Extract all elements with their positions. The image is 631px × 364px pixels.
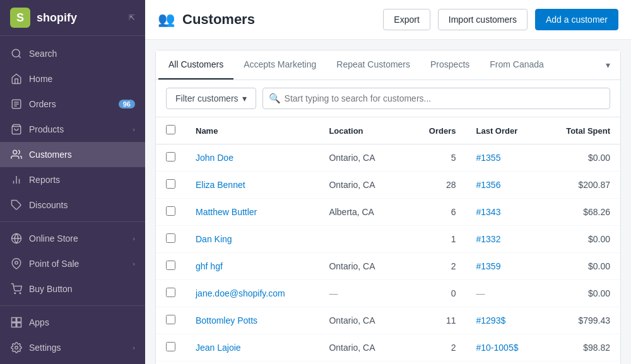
- tabs-more-button[interactable]: ▾: [598, 51, 618, 79]
- customer-name-link[interactable]: ghf hgf: [196, 261, 223, 271]
- sidebar-item-label: Search: [29, 49, 135, 59]
- expand-icon[interactable]: ⇱: [129, 13, 135, 22]
- select-all-checkbox[interactable]: [166, 125, 175, 134]
- chevron-icon: ›: [133, 344, 135, 351]
- table-row: Hm nhjm A Coruña, ES 1 #5-1028$ $272.40: [156, 361, 620, 365]
- sidebar-item-search[interactable]: Search: [0, 41, 145, 66]
- row-checkbox[interactable]: [166, 233, 175, 243]
- main-content: 👥 Customers Export Import customers Add …: [145, 0, 631, 364]
- col-last-order: Last Order: [466, 117, 542, 144]
- orders-icon: [10, 98, 23, 110]
- sidebar-item-settings[interactable]: Settings ›: [0, 335, 145, 360]
- shopify-icon: S: [10, 8, 30, 28]
- sidebar-item-label: Online Store: [29, 233, 126, 244]
- sidebar-item-apps[interactable]: Apps: [0, 310, 145, 335]
- customer-last-order: #1356: [466, 172, 542, 199]
- sidebar-item-buy-button[interactable]: Buy Button: [0, 276, 145, 302]
- import-button[interactable]: Import customers: [438, 9, 528, 30]
- row-checkbox[interactable]: [166, 315, 175, 324]
- export-button[interactable]: Export: [383, 9, 430, 30]
- nav-divider: [0, 221, 145, 222]
- tab-marketing[interactable]: Accepts Marketing: [233, 50, 326, 79]
- order-link[interactable]: #1359: [476, 261, 501, 271]
- sidebar-item-point-of-sale[interactable]: Point of Sale ›: [0, 251, 145, 276]
- sidebar-item-orders[interactable]: Orders 96: [0, 91, 145, 117]
- table-row: Bottomley Potts Ontario, CA 11 #1293$ $7…: [156, 307, 620, 334]
- customer-last-order: #1293$: [466, 307, 542, 334]
- sidebar-item-online-store[interactable]: Online Store ›: [0, 226, 145, 251]
- customer-total-spent: $0.00: [542, 280, 620, 307]
- order-link[interactable]: #1355: [476, 153, 501, 163]
- customer-name-link[interactable]: Jean Lajoie: [196, 343, 241, 353]
- customer-name-link[interactable]: Matthew Buttler: [196, 207, 257, 217]
- order-link[interactable]: #1343: [476, 207, 501, 217]
- tab-repeat[interactable]: Repeat Customers: [326, 50, 420, 79]
- sidebar-item-reports[interactable]: Reports: [0, 167, 145, 192]
- svg-rect-20: [17, 323, 21, 327]
- sidebar-logo[interactable]: S shopify ⇱: [0, 0, 145, 36]
- customer-name-link[interactable]: Eliza Bennet: [196, 180, 245, 190]
- customer-name-link[interactable]: Dan King: [196, 234, 232, 244]
- row-checkbox[interactable]: [166, 288, 175, 297]
- search-input[interactable]: [262, 88, 610, 109]
- customer-location: Ontario, CA: [319, 172, 408, 199]
- chevron-icon: ›: [133, 126, 135, 133]
- table-row: Matthew Buttler Alberta, CA 6 #1343 $68.…: [156, 199, 620, 226]
- order-link[interactable]: #1332: [476, 234, 501, 244]
- svg-rect-19: [12, 323, 16, 327]
- sidebar-item-label: Customers: [29, 150, 135, 160]
- svg-point-15: [15, 293, 16, 294]
- reports-icon: [10, 173, 23, 186]
- customer-total-spent: $272.40: [542, 361, 620, 365]
- customer-orders: 5: [409, 144, 466, 172]
- nav-badge: 96: [119, 100, 135, 109]
- table-row: jane.doe@shopify.com — 0 — $0.00: [156, 280, 620, 307]
- row-checkbox[interactable]: [166, 206, 175, 216]
- customers-icon: 👥: [158, 11, 175, 28]
- nav-divider: [0, 305, 145, 306]
- customer-location: Ontario, CA: [319, 144, 408, 172]
- tab-prospects[interactable]: Prospects: [420, 50, 480, 79]
- search-wrap: 🔍: [262, 88, 610, 109]
- order-link[interactable]: #1356: [476, 180, 501, 190]
- products-icon: [10, 123, 23, 136]
- customer-location: A Coruña, ES: [319, 361, 408, 365]
- filter-button[interactable]: Filter customers ▾: [166, 88, 256, 109]
- sidebar-nav: Search Home Orders 96 Products › Custome…: [0, 36, 145, 364]
- svg-point-14: [15, 261, 18, 264]
- svg-rect-17: [12, 318, 16, 322]
- buy-button-icon: [10, 283, 23, 295]
- customer-name-link[interactable]: jane.doe@shopify.com: [196, 288, 285, 298]
- row-checkbox[interactable]: [166, 179, 175, 189]
- add-customer-button[interactable]: Add a customer: [535, 9, 618, 30]
- order-link[interactable]: #1293$: [476, 315, 506, 326]
- table-row: ghf hgf Ontario, CA 2 #1359 $0.00: [156, 253, 620, 280]
- content-area: All CustomersAccepts MarketingRepeat Cus…: [145, 40, 631, 364]
- order-link[interactable]: #10-1005$: [476, 343, 519, 353]
- customers-card: All CustomersAccepts MarketingRepeat Cus…: [155, 50, 621, 364]
- svg-rect-18: [17, 318, 21, 322]
- tab-canada[interactable]: From Canada: [480, 50, 554, 79]
- customer-name-link[interactable]: John Doe: [196, 153, 233, 163]
- customer-location: Ontario, CA: [319, 253, 408, 280]
- sidebar-item-discounts[interactable]: Discounts: [0, 192, 145, 218]
- row-checkbox[interactable]: [166, 342, 175, 351]
- col-total-spent: Total Spent: [542, 117, 620, 144]
- customer-last-order: #10-1005$: [466, 334, 542, 361]
- chevron-icon: ›: [133, 235, 135, 242]
- customer-location: Alberta, CA: [319, 199, 408, 226]
- sidebar-item-customers[interactable]: Customers: [0, 142, 145, 167]
- customer-orders: 0: [409, 280, 466, 307]
- customer-orders: 1: [409, 361, 466, 365]
- tab-all[interactable]: All Customers: [158, 50, 233, 79]
- sidebar: S shopify ⇱ Search Home Orders 96 Produc…: [0, 0, 145, 364]
- filter-chevron-icon: ▾: [242, 93, 247, 103]
- customer-name-link[interactable]: Bottomley Potts: [196, 315, 257, 326]
- sidebar-item-label: Home: [29, 74, 135, 84]
- row-checkbox[interactable]: [166, 152, 175, 161]
- sidebar-item-label: Settings: [29, 343, 126, 353]
- row-checkbox[interactable]: [166, 261, 175, 270]
- sidebar-item-home[interactable]: Home: [0, 66, 145, 91]
- customer-orders: 1: [409, 226, 466, 253]
- sidebar-item-products[interactable]: Products ›: [0, 117, 145, 142]
